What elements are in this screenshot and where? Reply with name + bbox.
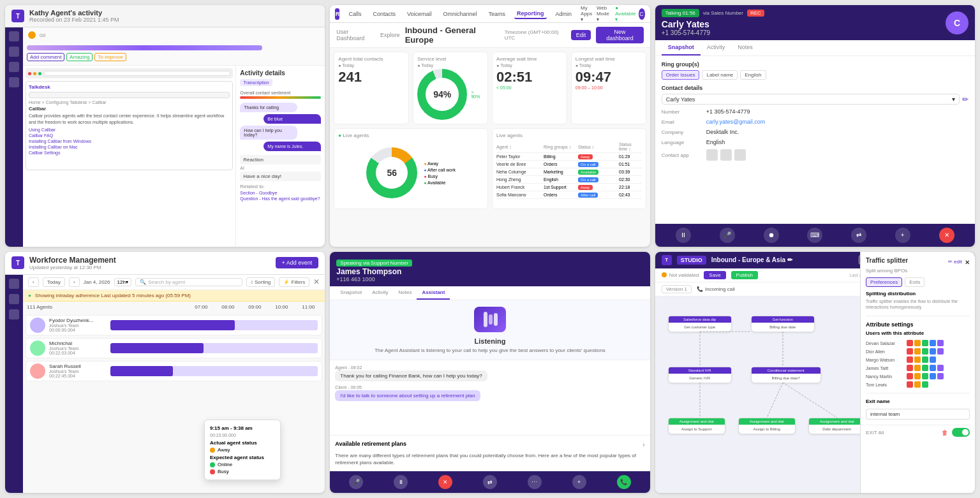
james-tab-notes[interactable]: Notes xyxy=(393,286,417,300)
pause-btn[interactable]: ⏸ xyxy=(676,228,691,243)
user-avatar-reporting[interactable]: C xyxy=(639,8,645,20)
ring-tag-1[interactable]: Label name xyxy=(702,70,738,80)
james-name: James Thompson xyxy=(336,267,412,276)
mic-btn[interactable]: 🎤 xyxy=(349,475,363,489)
my-apps[interactable]: My Apps ▾ xyxy=(581,5,594,22)
online-status-row: Online xyxy=(210,462,275,467)
tab-activity[interactable]: Activity xyxy=(701,40,732,55)
nav-link-4[interactable]: Installing Callbar on Mac xyxy=(29,145,230,149)
james-tab-snapshot[interactable]: Snapshot xyxy=(335,286,367,300)
live-agents-count: 56 xyxy=(376,157,408,189)
agent-name-fyodor: Fyodor Dyuzhenk... xyxy=(49,318,107,323)
agent-row-2: Neha Columge Marketing Available 03:39 xyxy=(496,168,642,176)
nav-calls[interactable]: Calls xyxy=(346,10,364,18)
nav-link-3[interactable]: Installing Callbar from Windows xyxy=(29,139,230,143)
nav-link-2[interactable]: Callbar FAQ xyxy=(29,133,230,138)
to-improve-btn[interactable]: To improve xyxy=(94,53,126,61)
ring-tag-0[interactable]: Order Issues xyxy=(662,70,700,80)
node-billing[interactable]: Assignment and dial Assign to Billing xyxy=(738,418,796,434)
reporting-subbar: User Dashboard Explore Inbound - General… xyxy=(330,23,650,48)
node-header-conditional: Conditional statement xyxy=(752,367,820,374)
today-btn[interactable]: Today xyxy=(43,277,65,287)
agent-time-3: 02:30 xyxy=(619,177,638,182)
attr-name-3: James Taitt xyxy=(866,366,904,370)
node-debt[interactable]: Assignment and dial Debt department xyxy=(808,418,866,434)
url-bar xyxy=(43,71,230,76)
node-salesforce[interactable]: Salesforce data dip Get customer type xyxy=(668,316,732,332)
nav-link-1[interactable]: Using Callbar xyxy=(29,128,230,132)
node-getfunction[interactable]: Get function Billing due date xyxy=(751,316,815,332)
james-tabs: Snapshot Activity Notes Assistant xyxy=(330,286,650,300)
node-conditional[interactable]: Conditional statement Billing due date? xyxy=(751,367,821,383)
agent-search[interactable]: 🔍 Search by agent xyxy=(135,278,242,286)
pause-btn-j[interactable]: ⏸ xyxy=(394,475,408,489)
related-1[interactable]: Section - Goodbye xyxy=(240,191,321,195)
answer-btn-j[interactable]: 📞 xyxy=(617,475,631,489)
nav-contacts[interactable]: Contacts xyxy=(370,10,398,18)
add-btn-j[interactable]: + xyxy=(572,475,586,489)
contact-app-field-row: Contact app xyxy=(662,149,969,161)
status-badge-2: Available xyxy=(578,170,598,175)
end-call-btn-j[interactable]: ✕ xyxy=(438,475,452,489)
add-comment-btn[interactable]: Add comment xyxy=(27,53,64,61)
nav-reporting[interactable]: Reporting xyxy=(514,9,547,19)
close-btn[interactable]: ✕ xyxy=(313,277,320,286)
end-call-btn[interactable]: ✕ xyxy=(939,228,954,243)
transfer-btn-j[interactable]: ⇄ xyxy=(483,475,497,489)
nav-voicemail[interactable]: Voicemail xyxy=(405,10,434,18)
exit-name-input[interactable] xyxy=(866,409,970,420)
nav-teams[interactable]: Teams xyxy=(486,10,509,18)
agent-name-1: Veerle de Bree xyxy=(496,162,541,166)
node-ivr[interactable]: Standard IVR Generic IVR xyxy=(668,367,732,383)
knowledge-search[interactable] xyxy=(29,92,230,98)
tooltip-subtitle: 00:23:00.000 xyxy=(210,433,275,437)
node-support[interactable]: Assignment and dial Assign to Support xyxy=(668,418,725,434)
add-event-btn[interactable]: + Add event xyxy=(276,257,319,268)
related-2[interactable]: Question - Has the agent said goodbye? xyxy=(240,196,321,201)
web-mode[interactable]: Web Mode ▾ xyxy=(597,5,612,22)
tab-snapshot[interactable]: Snapshot xyxy=(662,40,701,55)
client-msg-label: Client - 09:05 xyxy=(335,385,644,390)
prev-btn[interactable]: ‹ xyxy=(28,277,39,287)
exit-toggle[interactable] xyxy=(952,428,970,437)
attr-row-4: Nancy Martin xyxy=(866,373,970,379)
tab-notes[interactable]: Notes xyxy=(731,40,759,55)
available-status[interactable]: ● Available ▾ xyxy=(615,5,635,22)
agent-time-0: 01:29 xyxy=(619,154,638,159)
new-dashboard-btn[interactable]: New dashboard xyxy=(596,27,643,43)
dot-1-1 xyxy=(914,348,921,355)
mute-btn[interactable]: 🎤 xyxy=(720,228,735,243)
exit-all-actions: 🗑 xyxy=(942,428,970,437)
dot-5-1 xyxy=(914,381,921,388)
metric-value-0: 241 xyxy=(338,69,405,85)
nav-admin[interactable]: Admin xyxy=(553,10,575,18)
save-btn[interactable]: Save xyxy=(704,271,725,279)
agents-table-label: Live agents xyxy=(496,133,642,138)
transfer-btn[interactable]: ⇄ xyxy=(851,228,866,243)
james-tab-activity[interactable]: Activity xyxy=(367,286,393,300)
nav-omnichannel[interactable]: Omnichannel xyxy=(441,10,480,18)
contact-name-select[interactable]: Carly Yates ▾ xyxy=(662,94,960,105)
studio-main: Salesforce data dip Get customer type Ge… xyxy=(655,297,975,494)
dot-2-3 xyxy=(930,356,936,363)
sorting-btn[interactable]: ↕ Sorting xyxy=(246,277,276,287)
nav-link-5[interactable]: Callbar Settings xyxy=(29,150,230,155)
james-tab-assistant[interactable]: Assistant xyxy=(417,286,450,300)
filters-btn[interactable]: ⚡ Filters xyxy=(279,277,309,287)
amazing-btn[interactable]: Amazing xyxy=(66,53,93,61)
carly-tabs: Snapshot Activity Notes xyxy=(655,40,975,56)
record-btn[interactable]: ⏺ xyxy=(764,228,779,243)
email-value[interactable]: carly.yates@gmail.com xyxy=(706,119,766,125)
add-call-btn[interactable]: + xyxy=(895,228,910,243)
edit-flow-icon[interactable]: ✏ xyxy=(787,256,792,263)
next-btn[interactable]: › xyxy=(69,277,80,287)
interval-selector[interactable]: 12h ▾ xyxy=(114,278,131,286)
edit-contact-icon[interactable]: ✏ xyxy=(962,95,969,104)
keypad-btn[interactable]: ⌨ xyxy=(807,228,822,243)
more-btn-j[interactable]: ⋯ xyxy=(528,475,542,489)
delete-exit-icon[interactable]: 🗑 xyxy=(942,429,948,436)
interval-value: 12h xyxy=(117,279,126,285)
ring-tag-2[interactable]: English xyxy=(740,70,766,80)
edit-btn[interactable]: Edit xyxy=(571,30,591,40)
publish-btn[interactable]: Publish xyxy=(731,271,758,279)
